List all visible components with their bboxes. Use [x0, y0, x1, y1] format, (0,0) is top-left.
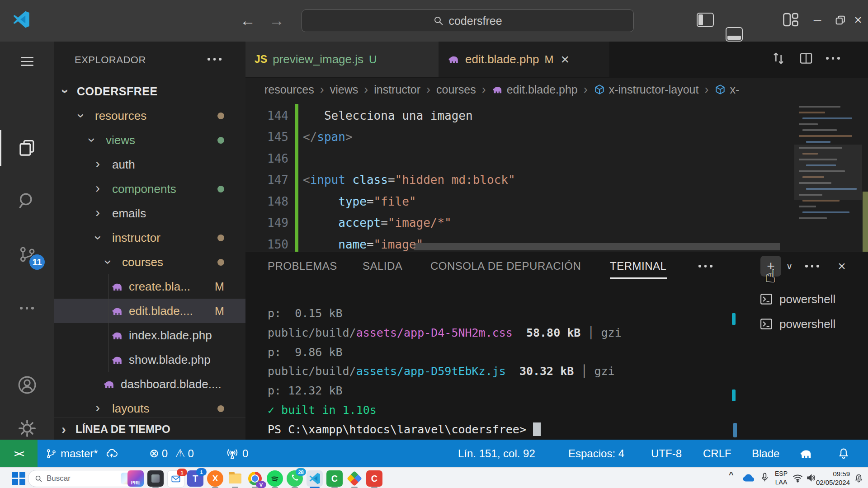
ports-item[interactable]: 0: [226, 440, 248, 467]
toggle-sidebar-icon[interactable]: [697, 13, 714, 27]
panel-tab-problems[interactable]: PROBLEMAS: [268, 252, 337, 280]
source-control-icon[interactable]: 11: [0, 235, 54, 274]
terminal-dropdown-icon[interactable]: ∨: [783, 256, 796, 277]
nav-forward-icon[interactable]: →: [268, 11, 286, 30]
minimap-slider[interactable]: [794, 145, 862, 200]
tree-item-auth[interactable]: › auth: [54, 152, 245, 177]
tray-show-hidden-icon[interactable]: ^: [729, 470, 734, 480]
search-view-icon[interactable]: [0, 181, 54, 221]
open-changes-icon[interactable]: [771, 51, 786, 66]
wifi-icon[interactable]: [792, 472, 803, 483]
window-close-button[interactable]: ×: [849, 12, 867, 28]
app-mail-icon[interactable]: 1: [167, 470, 184, 488]
tree-item-dashboard-blade[interactable]: dashboard.blade....: [54, 372, 245, 396]
app-diamond-icon[interactable]: [346, 470, 363, 487]
app-photos-icon[interactable]: [147, 470, 164, 487]
menu-hamburger-icon[interactable]: [0, 42, 54, 81]
customize-layout-icon[interactable]: [783, 12, 799, 27]
tree-item-components[interactable]: › components: [54, 177, 245, 201]
editor-more-actions-icon[interactable]: [826, 57, 840, 60]
microphone-icon[interactable]: [760, 472, 770, 483]
sync-cloud-icon: [105, 447, 118, 460]
breadcrumb-x-component[interactable]: x-: [714, 83, 739, 96]
tree-item-project-root[interactable]: › CODERSFREE: [54, 79, 245, 103]
app-chrome-icon[interactable]: V: [247, 470, 263, 487]
app-file-explorer-icon[interactable]: [227, 470, 243, 487]
indentation-item[interactable]: Espacios: 4: [568, 440, 624, 467]
panel-tab-terminal[interactable]: TERMINAL: [610, 252, 666, 280]
language-mode-item[interactable]: Blade: [752, 440, 779, 467]
app-whatsapp-icon[interactable]: 28: [287, 470, 303, 487]
breadcrumb-views[interactable]: views: [330, 83, 359, 96]
git-branch-item[interactable]: master*: [45, 440, 118, 467]
explorer-icon[interactable]: [0, 128, 54, 168]
notifications-bell-icon[interactable]: [837, 447, 850, 460]
tree-item-resources[interactable]: › resources: [54, 103, 245, 128]
tree-item-show-blade[interactable]: show.blade.php: [54, 347, 245, 372]
command-center-search[interactable]: codersfree: [302, 9, 634, 32]
tree-item-emails[interactable]: › emails: [54, 201, 245, 225]
problems-item[interactable]: ⊗ 0 ⚠ 0: [149, 440, 194, 467]
breadcrumb-resources[interactable]: resources: [264, 83, 314, 96]
cursor-position-item[interactable]: Lín. 151, col. 92: [458, 440, 535, 467]
window-minimize-button[interactable]: –: [808, 12, 826, 28]
panel-tab-debug-console[interactable]: CONSOLA DE DEPURACIÓN: [430, 252, 581, 280]
tree-item-create-blade[interactable]: create.bla... M: [54, 274, 245, 299]
terminal-list-sash[interactable]: [752, 281, 752, 440]
terminal-scrollbar[interactable]: [733, 423, 737, 437]
indent-guide: [108, 274, 108, 372]
app-xampp-icon[interactable]: X: [207, 470, 223, 487]
tree-item-layouts[interactable]: › layouts: [54, 396, 245, 421]
panel-more-tabs-icon[interactable]: [698, 265, 712, 267]
git-modified-dot: [217, 235, 224, 241]
panel-close-icon[interactable]: ×: [831, 256, 852, 277]
split-editor-icon[interactable]: [799, 51, 813, 66]
app-teams-icon[interactable]: T 1: [187, 470, 203, 487]
encoding-item[interactable]: UTF-8: [651, 440, 682, 467]
terminal-session-powershell-1[interactable]: powershell: [760, 287, 868, 311]
breadcrumb-instructor[interactable]: instructor: [374, 83, 420, 96]
explorer-more-actions-icon[interactable]: [208, 58, 222, 61]
account-icon[interactable]: [0, 365, 54, 405]
horizontal-scrollbar[interactable]: [414, 243, 780, 250]
tree-item-courses[interactable]: › courses: [54, 250, 245, 274]
notification-bell-z-icon[interactable]: [854, 473, 864, 483]
breadcrumb-x-instructor-layout[interactable]: x-instructor-layout: [594, 83, 699, 96]
tree-item-instructor[interactable]: › instructor: [54, 225, 245, 250]
tree-item-views[interactable]: › views: [54, 128, 245, 152]
windows-start-icon[interactable]: [12, 472, 25, 485]
tree-item-index-blade[interactable]: index.blade.php: [54, 323, 245, 347]
minimap[interactable]: [794, 101, 868, 252]
tab-edit-blade-php[interactable]: edit.blade.php M ×: [439, 42, 610, 77]
breadcrumb-courses[interactable]: courses: [436, 83, 476, 96]
php-elephant-status-icon[interactable]: [799, 447, 813, 460]
taskbar-search-box[interactable]: Buscar: [28, 470, 136, 487]
panel-more-actions-icon[interactable]: [805, 265, 819, 267]
app-vscode-icon[interactable]: [307, 470, 323, 487]
app-spotify-icon[interactable]: [267, 470, 283, 487]
app-red-c-icon[interactable]: C: [366, 470, 382, 487]
window-restore-button[interactable]: [835, 15, 845, 25]
tray-clock[interactable]: 09:59 02/05/2024: [811, 469, 850, 487]
timeline-section-header[interactable]: › LÍNEA DE TIEMPO: [54, 418, 245, 440]
php-elephant-icon: [111, 329, 123, 342]
toggle-panel-icon[interactable]: [726, 27, 743, 42]
code-editor[interactable]: 144 Selecciona una imagen 145 </span> 14…: [245, 101, 794, 252]
tab-preview-image-js[interactable]: JS preview_image.js U: [245, 42, 439, 77]
onedrive-cloud-icon[interactable]: [741, 472, 755, 483]
terminal-prompt-line[interactable]: PS C:\xampp\htdocs\laravel\codersfree>: [268, 422, 541, 437]
tab-close-icon[interactable]: ×: [561, 51, 569, 68]
tray-language-indicator[interactable]: ESP LAA: [775, 469, 788, 487]
nav-back-icon[interactable]: ←: [239, 11, 257, 30]
terminal-session-powershell-2[interactable]: powershell: [760, 312, 868, 336]
more-views-icon[interactable]: [0, 288, 54, 328]
remote-indicator[interactable]: ><: [0, 440, 38, 467]
app-camtasia-icon[interactable]: C: [326, 470, 343, 487]
terminal-cursor: [533, 422, 541, 436]
panel-tab-output[interactable]: SALIDA: [363, 252, 402, 280]
breadcrumb-edit-blade[interactable]: edit.blade.php: [492, 83, 578, 96]
tree-item-edit-blade[interactable]: edit.blade.... M: [54, 299, 245, 323]
git-untracked-badge: U: [369, 53, 377, 66]
eol-item[interactable]: CRLF: [703, 440, 731, 467]
app-premiere-icon[interactable]: PRE: [127, 470, 144, 487]
